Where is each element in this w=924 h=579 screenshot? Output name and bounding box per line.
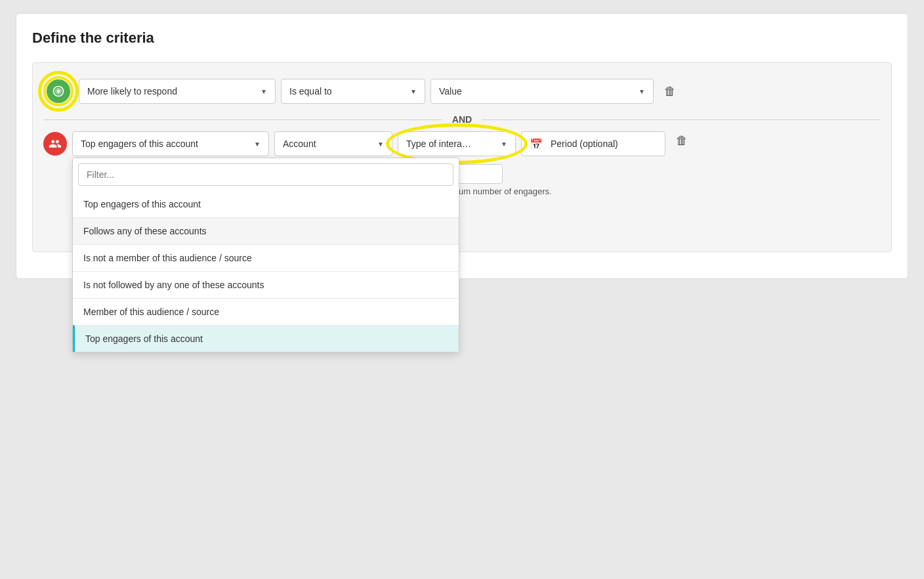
type-interaction-dropdown[interactable]: Type of intera… ▼	[398, 131, 516, 156]
engagers-dropdown-popup: Top engagers of this account Follows any…	[72, 158, 459, 353]
list-item[interactable]: Is not a member of this audience / sourc…	[73, 244, 459, 271]
list-item[interactable]: Top engagers of this account	[73, 191, 459, 217]
list-item[interactable]: Is not followed by any one of these acco…	[73, 271, 459, 298]
calendar-icon: 📅	[530, 138, 543, 150]
delete-row2-button[interactable]: 🗑	[671, 131, 693, 150]
criteria-container: More likely to respond ▼ Is equal to ▼ V…	[32, 62, 892, 252]
chevron-down-icon: ▼	[254, 140, 261, 148]
criteria-row-2: Top engagers of this account ▼ Top engag…	[43, 131, 881, 156]
list-item[interactable]: Member of this audience / source	[73, 298, 459, 325]
chevron-down-icon: ▼	[410, 88, 417, 95]
type-interaction-wrapper: Type of intera… ▼	[398, 131, 516, 156]
dropdown-list: Top engagers of this account Follows any…	[73, 191, 459, 352]
criteria-row-1: More likely to respond ▼ Is equal to ▼ V…	[43, 76, 881, 106]
delete-row1-button[interactable]: 🗑	[659, 82, 681, 101]
limit-section: Limit: maximum number of engagers.	[411, 164, 881, 196]
chevron-down-icon: ▼	[377, 140, 384, 148]
and-divider: AND	[43, 114, 881, 125]
list-item-selected[interactable]: Top engagers of this account	[73, 325, 459, 352]
more-likely-dropdown[interactable]: More likely to respond ▼	[79, 79, 276, 104]
engagers-dropdown-wrapper: Top engagers of this account ▼ Top engag…	[72, 131, 269, 156]
top-engagers-dropdown[interactable]: Top engagers of this account ▼	[72, 131, 269, 156]
target-icon	[47, 79, 70, 103]
divider-line-left	[43, 119, 442, 120]
chevron-down-icon: ▼	[639, 88, 645, 95]
group-icon	[43, 132, 67, 156]
period-dropdown[interactable]: 📅 Period (optional)	[521, 131, 665, 156]
list-item[interactable]: Follows any of these accounts	[73, 217, 459, 244]
panel-title: Define the criteria	[32, 30, 892, 47]
chevron-down-icon: ▼	[261, 88, 267, 95]
chevron-down-icon: ▼	[501, 140, 507, 148]
svg-point-0	[57, 90, 60, 93]
account-dropdown[interactable]: Account ▼	[274, 131, 392, 156]
value-dropdown[interactable]: Value ▼	[430, 79, 654, 104]
filter-input[interactable]	[78, 163, 453, 186]
is-equal-to-dropdown[interactable]: Is equal to ▼	[281, 79, 425, 104]
criteria-panel: Define the criteria More likely to respo…	[16, 13, 908, 279]
divider-line-right	[482, 119, 881, 120]
